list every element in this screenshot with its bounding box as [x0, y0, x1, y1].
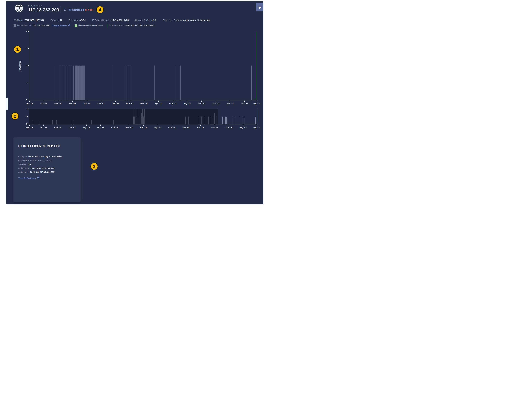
field-value: 2018-05-25T00:00:00Z	[30, 167, 55, 169]
field-label: Active from:	[18, 167, 29, 169]
et-intelligence-card: ET INTELLIGENCE REP LIST Category:Observ…	[13, 138, 81, 202]
view-definitions-row: View Definitions	[18, 177, 39, 179]
x-tick-mark	[115, 125, 115, 126]
field-value: Observed serving executables	[28, 155, 63, 158]
x-tick-mark	[173, 100, 173, 102]
bar	[60, 66, 60, 100]
x-tick-label: Apr 16	[155, 103, 162, 105]
bar	[81, 66, 82, 100]
x-tick-mark	[230, 100, 230, 102]
vt-context-label: VT CONTEXT	[68, 9, 84, 11]
view-definitions-link[interactable]: View Definitions	[18, 177, 36, 179]
meta-label: AS Name:	[14, 19, 24, 21]
x-tick-mark	[229, 125, 229, 126]
meta-value: [n/a]	[150, 19, 156, 21]
x-tick-mark	[29, 125, 29, 126]
bar	[223, 117, 223, 124]
svg-text:IP: IP	[18, 7, 20, 10]
prevalence-plot-area[interactable]	[29, 31, 257, 100]
highlighted-bar	[256, 31, 256, 100]
y-tick-mark	[28, 31, 29, 31]
field-label: Category:	[18, 155, 28, 158]
bar	[131, 66, 131, 100]
bar	[124, 66, 124, 100]
x-tick-mark	[100, 125, 101, 126]
brush-handle-start[interactable]	[218, 109, 218, 124]
bar	[222, 117, 223, 124]
searched-time-label: Searched Time:	[109, 24, 124, 27]
x-tick-label: Mar 13	[126, 103, 133, 105]
x-tick-mark	[187, 100, 187, 102]
x-tick-mark	[44, 100, 44, 102]
bar	[244, 117, 244, 124]
x-tick-label: Sep 20	[154, 127, 161, 129]
overview-plot-area[interactable]	[29, 109, 257, 124]
meta-label: First / Last Seen:	[163, 19, 179, 21]
searched-time-value: 2022-08-10T15:34:52.304Z	[125, 24, 154, 27]
y-tick-label: 0	[26, 123, 27, 125]
bar	[222, 117, 222, 124]
x-tick-label: May 07	[239, 127, 247, 129]
meta-reverse-dns: Reverse DNS:[n/a]	[135, 19, 156, 21]
y-tick-mark	[28, 48, 29, 49]
card-fields: Category:Observed serving executables Co…	[18, 155, 77, 174]
external-link-icon	[68, 24, 70, 27]
chart-legend: Destination IP: 117.18.232.200 Google Se…	[14, 24, 154, 28]
bar	[76, 66, 76, 100]
meta-as-name: AS Name:EDGECAST (15133)	[14, 19, 44, 21]
x-tick-mark	[58, 125, 58, 126]
x-tick-label: Mar 30	[141, 103, 148, 105]
x-tick-mark	[144, 100, 144, 102]
bar	[243, 117, 243, 124]
x-tick-label: Nov 14	[26, 103, 33, 105]
bar	[82, 66, 83, 100]
vt-context-count: (1 / 94)	[85, 9, 93, 11]
y-tick-mark	[28, 83, 29, 83]
brush-handle-end[interactable]	[256, 109, 257, 124]
bar	[125, 66, 125, 100]
bar	[80, 66, 81, 100]
y-tick-mark	[27, 124, 28, 124]
x-tick-label: Aug 10	[253, 127, 260, 129]
google-search-link[interactable]: Google Search	[52, 24, 67, 27]
x-tick-mark	[72, 125, 72, 126]
bar	[63, 66, 63, 100]
bar	[62, 66, 62, 100]
bar	[74, 66, 74, 100]
x-tick-label: Jan 04	[69, 103, 76, 105]
y-axis-title: Prevalence	[19, 60, 21, 71]
x-tick-label: Apr 13	[26, 127, 33, 129]
bar	[235, 117, 235, 124]
card-row-category: Category:Observed serving executables	[18, 155, 77, 158]
x-tick-label: Jul 27	[241, 103, 248, 105]
filter-icon	[259, 8, 260, 9]
bar	[225, 117, 226, 124]
field-label: Active until:	[18, 171, 29, 173]
visited-asset-swatch	[75, 24, 77, 27]
bar	[224, 117, 224, 124]
bar	[83, 66, 84, 100]
filter-icon	[258, 6, 262, 6]
x-tick-mark	[215, 125, 215, 126]
x-tick-mark	[158, 100, 159, 102]
vt-context-icon: Σ	[64, 8, 66, 12]
x-tick-label: Feb 04	[68, 127, 76, 129]
bar	[66, 66, 66, 100]
x-tick-mark	[216, 100, 216, 102]
filter-icon	[258, 7, 261, 8]
x-tick-label: Jun 06	[198, 103, 205, 105]
filter-button[interactable]	[256, 3, 263, 11]
chart-resize-handle[interactable]	[6, 98, 8, 110]
x-tick-mark	[87, 100, 87, 102]
bar	[251, 66, 252, 100]
meta-country: Country:AU	[51, 19, 62, 21]
x-tick-label: Jan 21	[83, 103, 90, 105]
x-tick-label: Jul 10	[227, 103, 234, 105]
bar	[70, 66, 70, 100]
y-axis-labels: 024	[22, 109, 27, 124]
meta-label: Reverse DNS:	[135, 19, 149, 21]
field-label: Severity:	[18, 163, 26, 166]
x-tick-label: Feb 07	[97, 103, 104, 105]
brush-unselected-region	[29, 109, 218, 124]
vt-context-link[interactable]: VT CONTEXT(1 / 94)	[68, 9, 93, 11]
